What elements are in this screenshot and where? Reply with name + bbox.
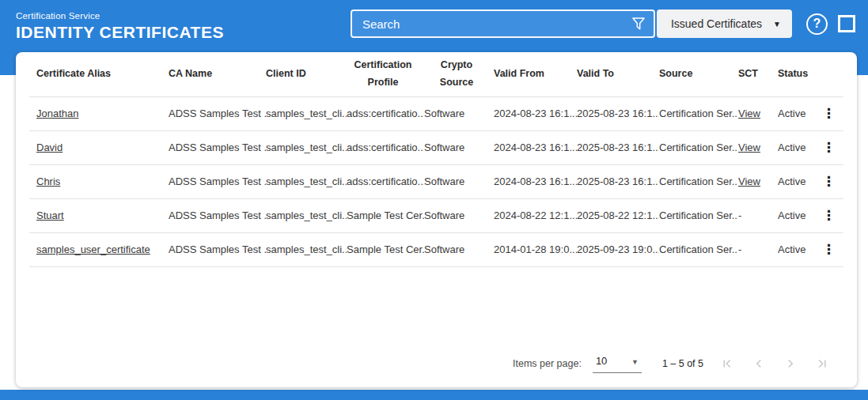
table-row: DavidADSS Samples Test ...samples_test_c… <box>29 130 843 164</box>
cell-profile: Sample Test Cer... <box>347 243 424 255</box>
cell-ca_name: ADSS Samples Test ... <box>169 108 266 119</box>
cell-client_id: samples_test_cli... <box>266 209 347 221</box>
first-page-button[interactable] <box>711 354 743 373</box>
cell-ca_name: ADSS Samples Test ... <box>169 209 266 221</box>
column-header-valid_from: Valid From <box>494 52 577 96</box>
column-header-status: Status <box>778 52 822 96</box>
sct-view-link[interactable]: View <box>738 142 760 153</box>
chevron-down-icon: ▼ <box>631 358 639 366</box>
cell-status: Active <box>778 243 805 255</box>
cell-client_id: samples_test_cli... <box>266 108 347 119</box>
certificate-alias-link[interactable]: Chris <box>36 175 60 187</box>
cell-valid_to: 2025-08-23 16:1... <box>577 175 659 187</box>
header-titles: Certification Service IDENTITY CERTIFICA… <box>16 9 224 42</box>
cell-valid_to: 2025-08-23 16:1... <box>577 142 659 153</box>
column-header-profile: Certification Profile <box>347 52 424 96</box>
cell-profile: adss:certificatio... <box>347 142 424 153</box>
previous-page-button[interactable] <box>743 354 775 373</box>
certificates-card: Certificate AliasCA NameClient IDCertifi… <box>16 52 857 387</box>
cell-source: Certification Ser... <box>659 243 738 255</box>
cell-profile: adss:certificatio... <box>347 175 424 187</box>
cell-valid_to: 2025-08-22 12:1... <box>577 209 659 221</box>
cell-crypto: Software <box>424 108 464 119</box>
page-title: IDENTITY CERTIFICATES <box>16 23 224 42</box>
cell-crypto: Software <box>424 243 464 255</box>
row-menu-button[interactable]: ⋮ <box>822 208 836 223</box>
cell-ca_name: ADSS Samples Test ... <box>169 142 266 153</box>
sct-view-link[interactable]: View <box>738 108 760 119</box>
cell-client_id: samples_test_cli... <box>266 175 347 187</box>
table-row: samples_user_certificateADSS Samples Tes… <box>29 232 843 266</box>
sct-view-link[interactable]: View <box>738 175 760 187</box>
table-header-row: Certificate AliasCA NameClient IDCertifi… <box>29 52 843 96</box>
cell-status: Active <box>778 108 805 119</box>
certificate-alias-link[interactable]: Jonathan <box>36 108 79 119</box>
cell-valid_from: 2014-01-28 19:0... <box>494 243 577 255</box>
filter-funnel-icon[interactable] <box>631 16 646 32</box>
window-icon[interactable] <box>838 15 855 32</box>
row-menu-button[interactable]: ⋮ <box>822 140 836 155</box>
column-header-client_id: Client ID <box>266 52 347 96</box>
table-row: StuartADSS Samples Test ...samples_test_… <box>29 198 843 232</box>
items-per-page-value: 10 <box>596 355 607 367</box>
row-menu-button[interactable]: ⋮ <box>822 174 836 189</box>
cell-source: Certification Ser... <box>659 108 738 119</box>
row-menu-button[interactable]: ⋮ <box>822 242 836 257</box>
cell-crypto: Software <box>424 175 464 187</box>
cell-crypto: Software <box>424 209 464 221</box>
table-row: ChrisADSS Samples Test ...samples_test_c… <box>29 164 843 198</box>
search-input[interactable] <box>352 11 654 36</box>
paginator: Items per page: 10 ▼ 1 – 5 of 5 <box>513 354 838 373</box>
cell-profile: adss:certificatio... <box>347 108 424 119</box>
cell-source: Certification Ser... <box>659 175 738 187</box>
column-header-valid_to: Valid To <box>577 52 659 96</box>
cell-sct: - <box>738 243 741 255</box>
next-page-button[interactable] <box>775 354 806 373</box>
items-per-page-label: Items per page: <box>513 358 582 369</box>
search-box[interactable] <box>351 9 655 38</box>
cell-client_id: samples_test_cli... <box>266 142 347 153</box>
cell-sct: - <box>738 209 741 221</box>
cell-client_id: samples_test_cli... <box>266 243 347 255</box>
column-header-ca_name: CA Name <box>169 52 266 96</box>
row-menu-button[interactable]: ⋮ <box>822 106 836 121</box>
page-range-label: 1 – 5 of 5 <box>662 358 703 369</box>
help-icon[interactable]: ? <box>806 13 828 35</box>
column-header-alias: Certificate Alias <box>29 52 169 96</box>
certificates-table: Certificate AliasCA NameClient IDCertifi… <box>29 52 843 267</box>
table-row: JonathanADSS Samples Test ...samples_tes… <box>29 96 843 130</box>
cell-valid_to: 2025-08-23 16:1... <box>577 108 659 119</box>
cell-source: Certification Ser... <box>659 142 738 153</box>
column-header-source: Source <box>659 52 738 96</box>
cell-profile: Sample Test Cer... <box>347 209 424 221</box>
cell-valid_to: 2025-09-23 19:0... <box>577 243 659 255</box>
cell-valid_from: 2024-08-22 12:1... <box>494 209 577 221</box>
column-header-crypto: Crypto Source <box>424 52 494 96</box>
certificate-alias-link[interactable]: Stuart <box>36 209 64 221</box>
certificate-type-value: Issued Certificates <box>671 17 762 30</box>
last-page-button[interactable] <box>806 354 838 373</box>
cell-status: Active <box>778 209 805 221</box>
certificate-type-dropdown[interactable]: Issued Certificates ▼ <box>657 9 792 38</box>
footer-accent-bar <box>0 390 868 400</box>
cell-valid_from: 2024-08-23 16:1... <box>494 108 577 119</box>
cell-ca_name: ADSS Samples Test ... <box>169 243 266 255</box>
cell-source: Certification Ser... <box>659 209 738 221</box>
cell-valid_from: 2024-08-23 16:1... <box>494 175 577 187</box>
items-per-page-select[interactable]: 10 ▼ <box>593 355 642 373</box>
service-label: Certification Service <box>16 11 224 21</box>
cell-status: Active <box>778 142 805 153</box>
cell-crypto: Software <box>424 142 464 153</box>
chevron-down-icon: ▼ <box>773 20 781 28</box>
column-header-sct: SCT <box>738 52 778 96</box>
cell-status: Active <box>778 175 805 187</box>
cell-valid_from: 2024-08-23 16:1... <box>494 142 577 153</box>
column-header-menu <box>822 52 843 96</box>
certificate-alias-link[interactable]: samples_user_certificate <box>36 243 150 255</box>
certificate-alias-link[interactable]: David <box>36 142 63 153</box>
cell-ca_name: ADSS Samples Test ... <box>169 175 266 187</box>
